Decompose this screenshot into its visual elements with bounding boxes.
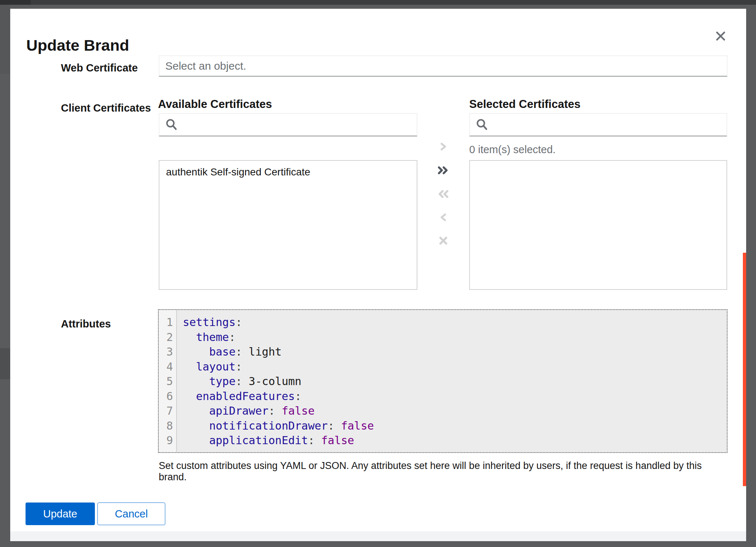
backdrop-top-corner [0,0,31,5]
available-certificates-list[interactable]: authentik Self-signed Certificate [159,160,417,290]
backdrop-left-block [0,348,10,379]
code-line[interactable]: enabledFeatures: [183,389,727,404]
code-line[interactable]: layout: [183,360,727,375]
available-search [159,113,417,136]
modal-scrollbar-thumb[interactable] [743,253,746,486]
code-lines[interactable]: settings: theme: base: light layout: typ… [177,310,727,452]
move-selected-left-button[interactable] [435,209,451,225]
close-icon [715,30,726,43]
screen: Update Brand Web Certificate Client Cert… [0,0,756,547]
line-number: 5 [159,374,176,389]
available-search-input[interactable] [159,113,417,136]
code-line[interactable]: settings: [183,315,727,330]
line-number: 6 [159,389,176,404]
line-number: 1 [159,315,176,330]
angle-double-left-icon [437,188,450,200]
angle-double-right-icon [437,164,450,176]
line-number: 4 [159,360,176,375]
move-all-right-button[interactable] [435,162,451,178]
angle-right-icon [439,141,448,152]
page-title: Update Brand [26,36,129,54]
attributes-label: Attributes [61,318,111,330]
line-number: 8 [159,419,176,434]
line-number: 9 [159,433,176,448]
move-selected-right-button[interactable] [435,139,451,155]
attributes-help-text: Set custom attributes using YAML or JSON… [159,460,717,483]
web-certificate-select[interactable] [159,55,728,77]
times-icon [438,235,449,246]
selected-certificates-list[interactable] [469,160,727,290]
code-line[interactable]: apiDrawer: false [183,404,727,419]
code-line[interactable]: base: light [183,345,727,360]
client-certificates-label: Client Certificates [61,102,151,114]
cancel-button[interactable]: Cancel [97,503,165,525]
backdrop-left-block [0,5,10,74]
line-number: 3 [159,345,176,360]
line-number: 2 [159,330,176,345]
code-line[interactable]: theme: [183,330,727,345]
certificate-list-item[interactable]: authentik Self-signed Certificate [159,161,417,183]
code-line[interactable]: notificationDrawer: false [183,419,727,434]
code-line[interactable]: type: 3-column [183,374,727,389]
backdrop-top-strip [0,0,756,5]
attributes-code-editor[interactable]: 123456789 settings: theme: base: light l… [158,309,728,453]
selected-search-input[interactable] [469,113,727,136]
code-line[interactable]: applicationEdit: false [183,433,727,448]
selected-certificates-heading: Selected Certificates [469,98,580,111]
web-certificate-label: Web Certificate [61,62,138,74]
move-all-left-button[interactable] [435,186,451,202]
close-button[interactable] [711,27,730,46]
update-brand-modal: Update Brand Web Certificate Client Cert… [10,9,746,531]
backdrop-bottom-band [10,531,746,541]
selected-search [469,113,727,136]
clear-selection-button[interactable] [435,233,451,249]
available-certificates-heading: Available Certificates [158,98,272,111]
update-button[interactable]: Update [26,503,95,525]
selected-count-status: 0 item(s) selected. [469,144,556,156]
line-number: 7 [159,404,176,419]
code-gutter: 123456789 [159,310,177,452]
angle-left-icon [439,212,448,223]
